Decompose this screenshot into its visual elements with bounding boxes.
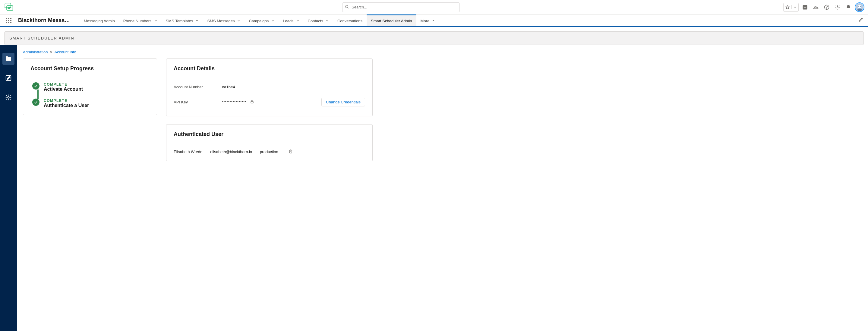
rail-compose-button[interactable]	[2, 72, 14, 84]
step-title: Authenticate a User	[44, 103, 89, 108]
header-utilities	[783, 2, 864, 12]
card-title: Authenticated User	[174, 131, 365, 138]
add-button[interactable]	[801, 3, 809, 12]
app-name: Blackthorn Messagi...	[18, 17, 72, 24]
nav-item-messaging-admin[interactable]: Messaging Admin	[80, 14, 119, 26]
account-details-card: Account Details Account Number ea1be4 AP…	[166, 59, 373, 116]
delete-user-button[interactable]	[288, 149, 293, 154]
nav-item-more[interactable]: More	[416, 14, 440, 26]
svg-point-15	[858, 6, 859, 7]
check-circle-icon	[32, 98, 39, 106]
detail-row-account-number: Account Number ea1be4	[174, 82, 365, 95]
nav-item-leads[interactable]: Leads	[279, 14, 303, 26]
chevron-down-icon	[195, 19, 199, 23]
page-header: SMART SCHEDULER ADMIN	[4, 31, 864, 45]
step-status: COMPLETE	[44, 98, 89, 103]
nav-item-conversations[interactable]: Conversations	[333, 14, 367, 26]
chevron-down-icon	[432, 19, 435, 23]
detail-value: ****************	[222, 99, 254, 104]
svg-point-20	[7, 96, 9, 98]
card-title: Account Setup Progress	[30, 65, 150, 72]
favorites-button[interactable]	[783, 3, 799, 12]
svg-point-12	[837, 6, 838, 8]
chevron-down-icon	[237, 19, 240, 23]
breadcrumb-separator: >	[50, 50, 53, 54]
side-rail	[0, 45, 17, 331]
setup-gear-button[interactable]	[833, 3, 842, 12]
notifications-button[interactable]	[844, 3, 853, 12]
svg-point-14	[858, 5, 861, 8]
breadcrumb: Administration > Account Info	[23, 50, 862, 54]
divider	[174, 76, 365, 76]
nav-item-sms-templates[interactable]: SMS Templates	[162, 14, 203, 26]
rail-folder-button[interactable]	[2, 53, 14, 65]
rail-settings-button[interactable]	[2, 91, 14, 103]
star-icon	[783, 5, 792, 9]
step-status: COMPLETE	[44, 82, 83, 87]
breadcrumb-administration[interactable]: Administration	[23, 50, 48, 54]
svg-line-5	[348, 7, 348, 8]
nav-item-sms-messages[interactable]: SMS Messages	[203, 14, 245, 26]
auth-user-row: Elisabeth Wrede elisabeth@blackthorn.io …	[174, 148, 365, 154]
detail-label: Account Number	[174, 85, 222, 89]
svg-rect-21	[251, 101, 253, 103]
auth-user-name: Elisabeth Wrede	[174, 150, 202, 154]
search-icon	[345, 5, 349, 10]
chevron-down-icon	[154, 19, 157, 23]
svg-marker-6	[786, 5, 789, 9]
unlock-icon	[250, 99, 254, 104]
nav-item-phone-numbers[interactable]: Phone Numbers	[119, 14, 162, 26]
nav-bar: Blackthorn Messagi... Messaging Admin Ph…	[0, 14, 868, 27]
auth-user-email: elisabeth@blackthorn.io	[210, 150, 252, 154]
progress-step: COMPLETE Authenticate a User	[32, 98, 150, 108]
user-avatar[interactable]	[855, 2, 864, 12]
detail-value: ea1be4	[222, 85, 235, 89]
global-search	[342, 2, 460, 12]
svg-marker-18	[433, 20, 434, 21]
app-logo	[4, 2, 19, 12]
search-input[interactable]	[342, 2, 460, 12]
authenticated-user-card: Authenticated User Elisabeth Wrede elisa…	[166, 124, 373, 161]
page-content: Administration > Account Info Account Se…	[17, 45, 868, 331]
auth-user-env: production	[260, 150, 278, 154]
chevron-down-icon	[296, 19, 299, 23]
account-setup-progress-card: Account Setup Progress COMPLETE Activate…	[23, 59, 157, 115]
step-title: Activate Account	[44, 87, 83, 92]
check-circle-icon	[32, 82, 39, 90]
detail-label: API Key	[174, 100, 222, 104]
nav-item-contacts[interactable]: Contacts	[304, 14, 333, 26]
app-launcher-button[interactable]	[4, 16, 14, 26]
nav-item-smart-scheduler-admin[interactable]: Smart Scheduler Admin	[367, 14, 416, 26]
chevron-down-icon	[271, 19, 274, 23]
card-title: Account Details	[174, 65, 365, 72]
chevron-down-icon	[326, 19, 329, 23]
svg-point-4	[345, 5, 348, 7]
edit-nav-button[interactable]	[858, 18, 863, 24]
change-credentials-button[interactable]: Change Credentials	[321, 98, 365, 107]
svg-point-11	[827, 8, 827, 9]
divider	[174, 142, 365, 142]
global-header	[0, 0, 868, 14]
detail-row-api-key: API Key **************** Change Credenti…	[174, 95, 365, 110]
chevron-down-icon	[792, 6, 798, 9]
progress-step: COMPLETE Activate Account	[32, 82, 150, 98]
nav-item-campaigns[interactable]: Campaigns	[245, 14, 279, 26]
svg-point-16	[860, 6, 861, 7]
breadcrumb-account-info[interactable]: Account Info	[55, 50, 76, 54]
help-button[interactable]	[822, 3, 831, 12]
trailhead-icon[interactable]	[811, 3, 820, 12]
divider	[30, 76, 150, 76]
